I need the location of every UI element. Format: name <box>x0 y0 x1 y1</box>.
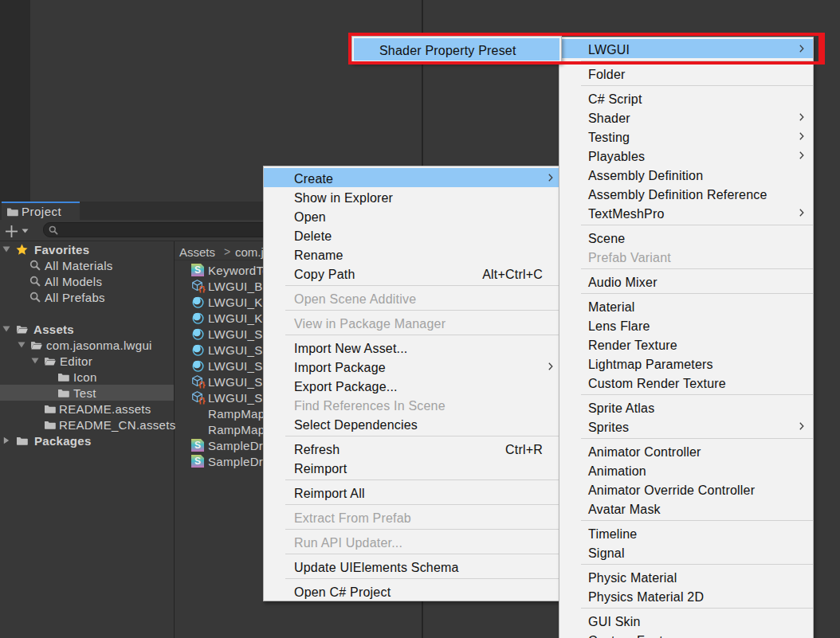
svg-text:{}: {} <box>198 380 206 389</box>
svg-text:{}: {} <box>198 284 206 293</box>
svg-text:{}: {} <box>198 396 206 405</box>
